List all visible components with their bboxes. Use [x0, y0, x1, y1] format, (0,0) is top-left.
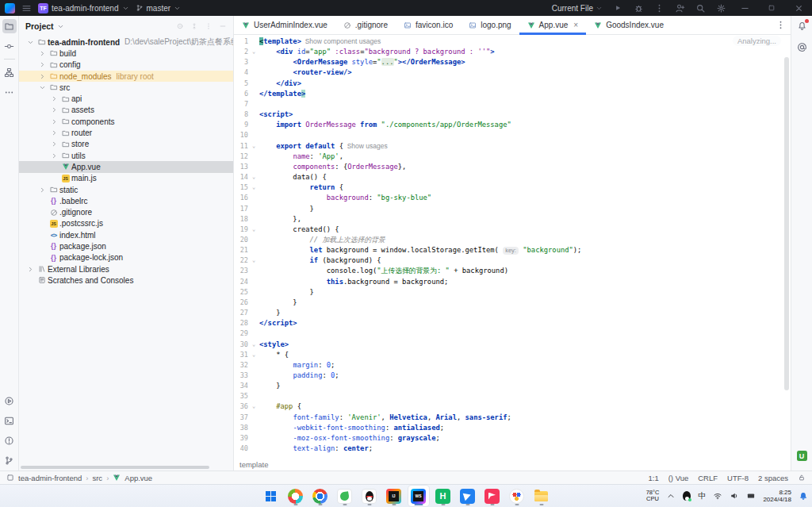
- code-line[interactable]: 28</script>: [234, 318, 783, 328]
- commit-tool-button[interactable]: [2, 39, 17, 53]
- code-line[interactable]: 27 }: [234, 308, 783, 318]
- ime-indicator[interactable]: 中: [698, 490, 706, 501]
- tree-item-.babelrc[interactable]: {}.babelrc: [19, 195, 233, 206]
- chevron-down-icon[interactable]: [37, 84, 48, 91]
- status-widget[interactable]: 2 spaces: [758, 474, 788, 482]
- code-line[interactable]: 23 console.log("上传选择的背景为: " + background…: [234, 266, 783, 276]
- chevron-right-icon[interactable]: [49, 106, 59, 113]
- status-path-src[interactable]: src: [92, 474, 102, 482]
- notification-bell-icon[interactable]: [799, 491, 808, 501]
- close-button[interactable]: [785, 0, 812, 16]
- taskbar-app-green-leaf-app[interactable]: [335, 486, 355, 506]
- clock-widget[interactable]: 8:25 2024/4/18: [763, 489, 791, 503]
- code-line[interactable]: 13 components: {OrderMessage},: [234, 162, 783, 172]
- tree-item-build[interactable]: build: [19, 48, 233, 59]
- tab-.gitignore[interactable]: .gitignore: [335, 16, 396, 34]
- code-with-me-button[interactable]: [669, 0, 690, 16]
- tab-logo.png[interactable]: logo.png: [461, 16, 519, 34]
- taskbar-app-qq[interactable]: [359, 486, 380, 506]
- code-line[interactable]: 32 margin: 0;: [234, 360, 783, 371]
- tree-item-config[interactable]: config: [19, 60, 233, 71]
- volume-icon[interactable]: [730, 491, 739, 501]
- chevron-down-icon[interactable]: [25, 39, 36, 46]
- wifi-icon[interactable]: [713, 491, 722, 501]
- chevron-down-icon[interactable]: [57, 23, 64, 30]
- search-everywhere-button[interactable]: [690, 0, 710, 16]
- fold-arrow-icon[interactable]: ⌄: [248, 225, 259, 235]
- tab-App.vue[interactable]: App.vue×: [519, 16, 587, 34]
- taskbar-app-red-media-app[interactable]: [482, 486, 503, 506]
- project-tool-button[interactable]: [2, 19, 17, 33]
- problems-tool-button[interactable]: [2, 433, 17, 447]
- tree-item-App.vue[interactable]: App.vue: [19, 161, 233, 172]
- run-configuration-selector[interactable]: Current File: [547, 4, 607, 13]
- tab-overflow-button[interactable]: [776, 16, 791, 34]
- code-line[interactable]: 3 <OrderMessage style="..."></OrderMessa…: [234, 57, 783, 67]
- code-line[interactable]: 6</template>: [234, 89, 783, 99]
- chevron-right-icon[interactable]: [25, 266, 36, 273]
- code-line[interactable]: 40 text-align: center;: [234, 444, 783, 454]
- tab-GoodsIndex.vue[interactable]: GoodsIndex.vue: [586, 16, 672, 34]
- code-line[interactable]: 33 padding: 0;: [234, 371, 783, 381]
- fold-arrow-icon[interactable]: ⌄: [248, 340, 259, 350]
- chevron-right-icon[interactable]: [37, 186, 48, 194]
- fold-arrow-icon[interactable]: ⌄: [248, 141, 259, 152]
- tree-item-package-lock.json[interactable]: {}package-lock.json: [19, 252, 233, 263]
- code-line[interactable]: 39 -moz-osx-font-smoothing: grayscale;: [234, 433, 783, 444]
- taskbar-app-chrome[interactable]: [310, 486, 331, 506]
- project-horizontal-scrollbar[interactable]: [21, 466, 209, 469]
- code-line[interactable]: 37 font-family: 'Avenir', Helvetica, Ari…: [234, 413, 783, 423]
- status-widget[interactable]: CRLF: [698, 474, 718, 482]
- code-line[interactable]: 29: [234, 328, 783, 339]
- code-line[interactable]: 5 </div>: [234, 79, 783, 89]
- editor-vertical-scrollbar[interactable]: [784, 57, 789, 390]
- locate-file-icon[interactable]: [176, 22, 184, 30]
- fold-arrow-icon[interactable]: ⌄: [248, 350, 259, 360]
- lock-open-icon[interactable]: [798, 474, 806, 482]
- device-icon[interactable]: [746, 491, 756, 501]
- run-tool-button[interactable]: [2, 394, 17, 408]
- tree-item-.gitignore[interactable]: .gitignore: [19, 206, 233, 217]
- maximize-button[interactable]: [758, 0, 785, 16]
- update-badge[interactable]: U: [797, 451, 807, 461]
- code-line[interactable]: 9 import OrderMessage from "./components…: [234, 120, 783, 130]
- tree-item-main.js[interactable]: JSmain.js: [19, 173, 233, 184]
- tree-item-store[interactable]: store: [19, 139, 233, 150]
- tree-item-.postcssrc.js[interactable]: JS.postcssrc.js: [19, 218, 233, 229]
- collapse-all-icon[interactable]: [190, 22, 198, 30]
- vcs-widget[interactable]: master: [136, 4, 182, 13]
- status-widget[interactable]: () Vue: [668, 474, 689, 482]
- fold-arrow-icon[interactable]: ⌄: [248, 401, 259, 412]
- code-line[interactable]: 22⌄ if (background) {: [234, 255, 783, 266]
- tree-item-Scratches and Consoles[interactable]: Scratches and Consoles: [19, 275, 233, 286]
- code-line[interactable]: 24 this.background = background;: [234, 277, 783, 287]
- more-vertical-icon[interactable]: [205, 22, 213, 30]
- code-line[interactable]: 26 }: [234, 298, 783, 308]
- code-line[interactable]: 17 }: [234, 204, 783, 214]
- structure-tool-button[interactable]: [2, 65, 17, 79]
- status-widget[interactable]: UTF-8: [727, 474, 749, 482]
- project-widget[interactable]: TF tea-admin-frontend: [38, 3, 129, 13]
- code-line[interactable]: 34 }: [234, 381, 783, 391]
- minimize-button[interactable]: [731, 0, 758, 16]
- tree-item-api[interactable]: api: [19, 93, 233, 104]
- taskbar-app-file-explorer[interactable]: [531, 486, 552, 506]
- tab-favicon.ico[interactable]: favicon.ico: [396, 16, 461, 34]
- code-line[interactable]: 38 -webkit-font-smoothing: antialiased;: [234, 423, 783, 433]
- qq-tray-icon[interactable]: [683, 491, 691, 501]
- fold-arrow-icon[interactable]: ⌄: [248, 172, 259, 182]
- code-line[interactable]: 30⌄<style>: [234, 340, 783, 350]
- code-line[interactable]: 18 },: [234, 214, 783, 225]
- code-line[interactable]: 2⌄ <div id="app" :class="background ? ba…: [234, 47, 783, 57]
- taskbar-app-colorful-circles-app[interactable]: [507, 486, 527, 506]
- tray-expand-icon[interactable]: [666, 491, 676, 501]
- chevron-right-icon[interactable]: [37, 50, 48, 57]
- code-line[interactable]: 1<template> Show component usages: [234, 36, 783, 47]
- code-line[interactable]: 19⌄ created() {: [234, 225, 783, 235]
- tree-item-node_modules[interactable]: node_moduleslibrary root: [19, 71, 233, 82]
- ai-assistant-button[interactable]: [797, 41, 807, 56]
- taskbar-app-intellij-idea[interactable]: IJ: [384, 486, 404, 506]
- taskbar-app-webstorm[interactable]: WS: [408, 486, 429, 506]
- more-actions-button[interactable]: [649, 0, 669, 16]
- code-line[interactable]: 8<script>: [234, 109, 783, 120]
